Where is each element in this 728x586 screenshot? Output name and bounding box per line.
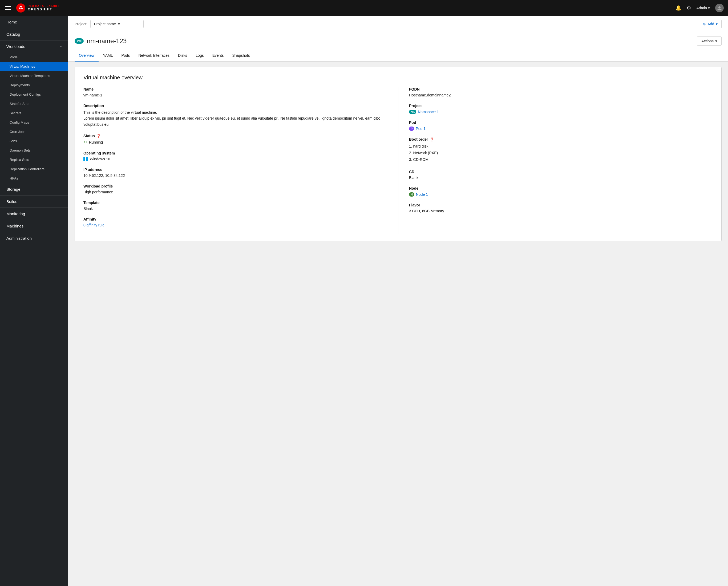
sidebar-sub-deployments[interactable]: Deployments bbox=[0, 80, 68, 90]
sidebar-sub-deployment-configs[interactable]: Deployment Configs bbox=[0, 90, 68, 99]
pod-link-text: Pod 1 bbox=[416, 127, 425, 131]
sidebar-item-monitoring[interactable]: Monitoring bbox=[0, 208, 68, 220]
project-bar: Project: Project name ▾ ⊕ Add ▾ bbox=[68, 16, 728, 32]
sidebar-sub-daemon-sets[interactable]: Daemon Sets bbox=[0, 146, 68, 155]
field-name: Name vm-name-1 bbox=[83, 87, 387, 97]
admin-menu[interactable]: Admin ▾ bbox=[696, 6, 710, 10]
add-button[interactable]: ⊕ Add ▾ bbox=[699, 20, 722, 28]
pod-link[interactable]: P Pod 1 bbox=[409, 127, 425, 131]
sidebar-sub-config-maps[interactable]: Config Maps bbox=[0, 118, 68, 127]
field-boot-order-label: Boot order ❓ bbox=[409, 137, 713, 141]
monitoring-label: Monitoring bbox=[6, 212, 25, 216]
sidebar-sub-stateful-sets[interactable]: Stateful Sets bbox=[0, 99, 68, 108]
settings-icon[interactable]: ⚙ bbox=[687, 5, 691, 11]
sidebar-sub-secrets[interactable]: Secrets bbox=[0, 108, 68, 118]
topnav-right: 🔔 ⚙ Admin ▾ bbox=[676, 4, 724, 12]
sidebar-item-catalog[interactable]: Catalog bbox=[0, 28, 68, 40]
status-value: Running bbox=[89, 140, 103, 144]
field-node-label: Node bbox=[409, 186, 713, 190]
vm-tabs: Overview YAML Pods Network Interfaces Di… bbox=[68, 50, 728, 61]
project-select[interactable]: Project name ▾ bbox=[90, 20, 144, 28]
sidebar-sub-cron-jobs[interactable]: Cron Jobs bbox=[0, 127, 68, 136]
sidebar-sub-virtual-machines[interactable]: Virtual Machines bbox=[0, 62, 68, 71]
sidebar-item-storage[interactable]: Storage bbox=[0, 183, 68, 195]
status-running: ↻ Running bbox=[83, 139, 387, 144]
home-label: Home bbox=[6, 20, 17, 24]
sidebar-sub-hpas[interactable]: HPAs bbox=[0, 174, 68, 183]
field-workload-label: Workload profile bbox=[83, 184, 387, 188]
tab-yaml[interactable]: YAML bbox=[99, 50, 117, 61]
workloads-label: Workloads bbox=[6, 44, 25, 49]
affinity-link[interactable]: 0 affinity rule bbox=[83, 223, 104, 227]
field-template-label: Template bbox=[83, 201, 387, 205]
tab-events[interactable]: Events bbox=[208, 50, 228, 61]
field-name-label: Name bbox=[83, 87, 387, 91]
field-flavor-label: Flavor bbox=[409, 203, 713, 207]
boot-order-help-icon[interactable]: ❓ bbox=[430, 137, 434, 141]
tab-logs[interactable]: Logs bbox=[191, 50, 208, 61]
redhat-logo-icon bbox=[16, 3, 26, 13]
field-flavor: Flavor 3 CPU, 8GB Memory bbox=[409, 203, 713, 213]
os-value: Windows 10 bbox=[90, 157, 110, 161]
svg-point-0 bbox=[16, 3, 25, 12]
tab-snapshots[interactable]: Snapshots bbox=[228, 50, 254, 61]
catalog-label: Catalog bbox=[6, 32, 20, 36]
status-spin-icon: ↻ bbox=[83, 139, 87, 144]
field-cd-label: CD bbox=[409, 170, 713, 174]
field-description-label: Description bbox=[83, 104, 387, 108]
sidebar-workloads-section: Workloads ▾ Pods Virtual Machines Virtua… bbox=[0, 40, 68, 183]
node-link[interactable]: N Node 1 bbox=[409, 192, 428, 196]
sidebar-sub-replication-controllers[interactable]: Replication Controllers bbox=[0, 164, 68, 174]
workloads-chevron: ▾ bbox=[60, 45, 62, 48]
field-workload-value: High performance bbox=[83, 190, 387, 194]
project-label: Project: bbox=[75, 22, 87, 26]
tab-network-interfaces[interactable]: Network Interfaces bbox=[134, 50, 174, 61]
svg-rect-2 bbox=[83, 157, 85, 159]
sidebar-item-home[interactable]: Home bbox=[0, 16, 68, 28]
tab-overview[interactable]: Overview bbox=[75, 50, 99, 61]
admin-label: Admin bbox=[696, 6, 707, 10]
sidebar-item-builds[interactable]: Builds bbox=[0, 195, 68, 208]
svg-rect-5 bbox=[86, 159, 88, 161]
avatar-icon bbox=[717, 6, 722, 10]
storage-label: Storage bbox=[6, 187, 21, 191]
sidebar-item-workloads[interactable]: Workloads ▾ bbox=[0, 41, 68, 52]
vm-title: VM nm-name-123 bbox=[75, 37, 127, 45]
boot-order-item-3: 3. CD-ROM bbox=[409, 156, 713, 163]
tab-disks[interactable]: Disks bbox=[174, 50, 191, 61]
project-selector-area: Project: Project name ▾ bbox=[75, 20, 144, 28]
notifications-icon[interactable]: 🔔 bbox=[676, 5, 681, 11]
add-icon: ⊕ bbox=[703, 22, 706, 26]
field-cd-value: Blank bbox=[409, 176, 713, 180]
sidebar-sub-pods[interactable]: Pods bbox=[0, 52, 68, 62]
field-description-value: This is the description of the virtual m… bbox=[83, 109, 387, 127]
hamburger-menu[interactable] bbox=[4, 5, 12, 11]
user-avatar[interactable] bbox=[715, 4, 724, 12]
field-template-value: Blank bbox=[83, 207, 387, 211]
os-display: Windows 10 bbox=[83, 157, 387, 161]
project-link[interactable]: NS Namspace 1 bbox=[409, 110, 439, 114]
sidebar-sub-replica-sets[interactable]: Replica Sets bbox=[0, 155, 68, 164]
field-fqdn: FQDN Hostname.domainname2 bbox=[409, 87, 713, 97]
admin-chevron: ▾ bbox=[708, 6, 710, 10]
builds-label: Builds bbox=[6, 199, 17, 204]
status-help-icon[interactable]: ❓ bbox=[97, 134, 101, 138]
overview-grid: Name vm-name-1 Description This is the d… bbox=[83, 87, 713, 234]
tab-pods[interactable]: Pods bbox=[117, 50, 134, 61]
boot-order-list: 1. hard disk 2. Network (PXE) 3. CD-ROM bbox=[409, 143, 713, 163]
sidebar-sub-vm-templates[interactable]: Virtual Machine Templates bbox=[0, 71, 68, 80]
field-pod: Pod P Pod 1 bbox=[409, 121, 713, 131]
sidebar-sub-jobs[interactable]: Jobs bbox=[0, 136, 68, 146]
project-select-chevron: ▾ bbox=[118, 22, 120, 26]
sidebar-item-machines[interactable]: Machines bbox=[0, 220, 68, 232]
node-link-text: Node 1 bbox=[416, 192, 428, 196]
field-os: Operating system Windows 10 bbox=[83, 151, 387, 161]
sidebar-item-administration[interactable]: Administration bbox=[0, 232, 68, 244]
field-affinity-label: Affinity bbox=[83, 217, 387, 221]
field-fqdn-label: FQDN bbox=[409, 87, 713, 91]
field-status: Status ❓ ↻ Running bbox=[83, 134, 387, 144]
field-cd: CD Blank bbox=[409, 170, 713, 180]
field-flavor-value: 3 CPU, 8GB Memory bbox=[409, 209, 713, 213]
windows-icon bbox=[83, 157, 88, 161]
actions-button[interactable]: Actions ▾ bbox=[697, 36, 722, 46]
